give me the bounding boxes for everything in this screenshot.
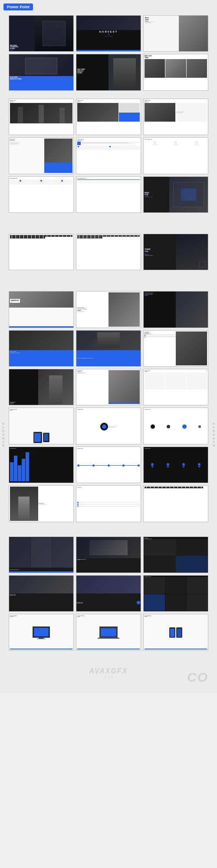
- slide-harvest-title: HARVEST 01 Business Presentation: [76, 15, 141, 52]
- second-row-5: INFOGRAPHIC. INFOGRAPHIC.: [9, 447, 208, 483]
- avax-sub: .com: [89, 675, 128, 678]
- slide-harvest-expert: HARVESTEXPERT.: [9, 137, 74, 174]
- service-row-1: HARVESTEXPERT. ABOU: [9, 137, 208, 174]
- service-row-2: OUR SERVICE.: [9, 176, 208, 213]
- co-text: CO: [187, 670, 208, 685]
- slide-meet-team-4: MEET OURTEAM.: [143, 99, 208, 135]
- mockup-row: DESKTOP MEDIAMOCKUP. LAPTOP DEVICESLID: [9, 614, 208, 650]
- slide-icons-2: [76, 234, 141, 270]
- slide-best-art-1: THE BEST ARTFROM MAKER. 01: [9, 575, 74, 612]
- portfolio-row-2: THE BEST ARTFROM MAKER. 01 THE BEST ARTF…: [9, 575, 208, 612]
- slide-our-service-1: OUR SERVICE.: [143, 137, 208, 174]
- hero-row-2: HOW STARTHARVEST STUDIO. WHO STARTHARVES…: [9, 54, 208, 90]
- slide-breakslide: BREAKSLIDE: [143, 176, 208, 213]
- slide-phone-mockup: PHONE DEVICESLIDE.: [143, 614, 208, 650]
- separator-1: [9, 221, 208, 234]
- slide-founders: FOUNDERS.: [9, 485, 74, 522]
- section-team: MEET OURTEAM. MEET OURTEAM.: [9, 99, 208, 213]
- slide-harvest-01: HARVEST 01: [9, 291, 74, 328]
- second-row-2: HOW STARTHARVEST STUDIO. ● WHO START HAR…: [9, 330, 208, 367]
- slide-who-start: WHO STARTHARVESTSTUDIO. 01/10: [76, 54, 141, 90]
- section-icons: THANKYOU 02: [9, 234, 208, 270]
- slide-welcome-2: WELCOME TOHARVEST STUDIO.: [76, 291, 141, 328]
- slide-who-start-2: WHO START HARVEST STUDIO. NOW.: [76, 330, 141, 367]
- second-row-4: TABLET DEVICESLIDE. INFOGRAPHIC.: [9, 407, 208, 444]
- slide-how-start-2: HOW STARTHARVEST STUDIO. ●: [9, 330, 74, 367]
- slide-portfolio: HARVEST PORTFOLIO.: [9, 537, 74, 573]
- icons-row: THANKYOU 02: [9, 234, 208, 270]
- slide-products: HARVEST PRODUCTS.: [76, 537, 141, 573]
- slide-who-found: WHO FOUNDHARVESTSTUDIO.: [9, 369, 74, 405]
- slide-how-start: HOW STARTHARVEST STUDIO.: [9, 54, 74, 90]
- slide-meet-team-2: MEET OURTEAM.: [9, 99, 74, 135]
- separator-2: [9, 278, 208, 291]
- section-second-half: HARVEST 01 WELCOME TOHARVEST STUDIO.: [9, 291, 208, 522]
- slide-best-art-2: THE BEST ARTFROM MAKER.: [76, 575, 141, 612]
- slide-collaboration: HARVESTCOLLABORATION.: [143, 537, 208, 573]
- slide-our-service-3: OUR SERVICE. 02: [76, 176, 141, 213]
- team-row-1: MEET OURTEAM. MEET OURTEAM.: [9, 99, 208, 135]
- avax-logo: AVAXGFX .com: [89, 667, 128, 678]
- slide-thank-you: THANKYOU 02: [143, 234, 208, 270]
- section-portfolio: HARVEST PORTFOLIO. HARVEST PRODUCTS.: [9, 537, 208, 651]
- hero-row-1: WELCOMETO HARVESTSTUDIO. 01: [9, 15, 208, 52]
- slide-icons-3: [143, 485, 208, 522]
- slide-welcome: WELCOMETO HARVESTSTUDIO. 01: [9, 15, 74, 52]
- page-wrapper: Power Point WELCOMETO HARVESTSTUDIO. 01: [0, 0, 217, 693]
- slide-meet-team-3: MEET OURTEAM.: [76, 99, 141, 135]
- second-row-1: HARVEST 01 WELCOME TOHARVEST STUDIO.: [9, 291, 208, 328]
- slide-about-vision-2: ABOUT OURVISION. 01: [143, 369, 208, 405]
- avax-main: AVAXGFX: [89, 667, 128, 675]
- slide-about-service: ABOUT OURSERVICE.: [76, 137, 141, 174]
- slide-when-harvest: WHEN HARVESTSTUDIO START.: [143, 291, 208, 328]
- portfolio-row-1: HARVEST PORTFOLIO. HARVEST PRODUCTS.: [9, 537, 208, 573]
- slide-meet-team-1: MEET OURTEAM.: [143, 54, 208, 90]
- slide-icons-1: [9, 234, 74, 270]
- second-row-3: WHO FOUNDHARVESTSTUDIO. ABOUT OURMISSION…: [9, 369, 208, 405]
- second-row-6: FOUNDERS. CONTACT.: [9, 485, 208, 522]
- bottom-logo-area: CO AVAXGFX .com: [9, 659, 208, 685]
- powerpoint-badge: Power Point: [3, 3, 33, 10]
- slide-laptop-mockup: LAPTOP DEVICESLIDE.: [76, 614, 141, 650]
- slide-infographic-4: INFOGRAPHIC.: [76, 447, 141, 483]
- section-hero: WELCOMETO HARVESTSTUDIO. 01: [9, 15, 208, 91]
- slide-infographic-3: INFOGRAPHIC.: [9, 447, 74, 483]
- slide-infographic-1: INFOGRAPHIC.: [76, 407, 141, 444]
- slide-our-service-2: OUR SERVICE.: [9, 176, 74, 213]
- slide-tablet: TABLET DEVICESLIDE.: [9, 407, 74, 444]
- slide-history: HISTORY OFHARVESTSTUDIO START.: [143, 330, 208, 367]
- slide-infographic-5: INFOGRAPHIC.: [143, 447, 208, 483]
- slide-contact: CONTACT.: [76, 485, 141, 522]
- slide-infographic-2: INFOGRAPHIC.: [143, 407, 208, 444]
- slide-desktop-mockup: DESKTOP MEDIAMOCKUP.: [9, 614, 74, 650]
- separator-3: [9, 530, 208, 537]
- slide-about-mission: ABOUT OURMISSION.: [76, 369, 141, 405]
- slide-gallery: GALLERY LAYOUT.: [143, 575, 208, 612]
- slide-about-vision: About vision: [143, 15, 208, 52]
